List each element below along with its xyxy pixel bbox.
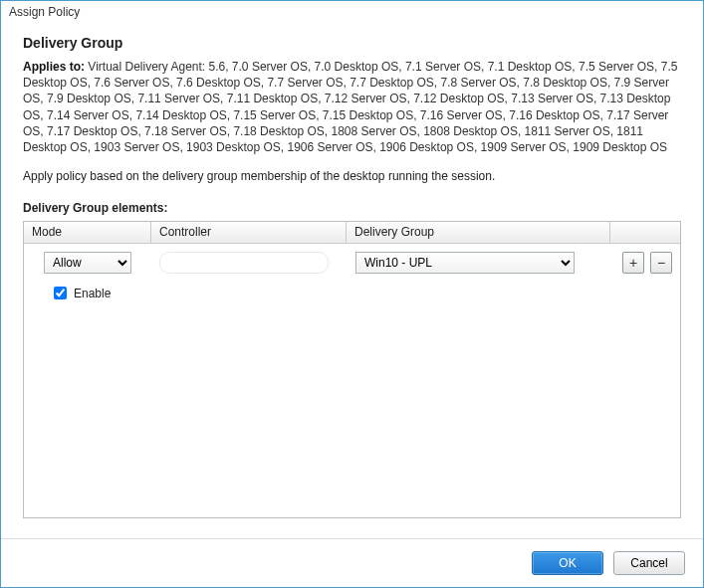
plus-icon: + bbox=[629, 256, 637, 270]
controller-input[interactable] bbox=[159, 252, 329, 274]
applies-to-text: Virtual Delivery Agent: 5.6, 7.0 Server … bbox=[23, 60, 677, 154]
delivery-group-heading: Delivery Group bbox=[23, 35, 681, 51]
policy-description: Apply policy based on the delivery group… bbox=[23, 169, 681, 183]
column-header-delivery-group[interactable]: Delivery Group bbox=[347, 222, 610, 243]
enable-label: Enable bbox=[74, 287, 111, 300]
content-area: Delivery Group Applies to: Virtual Deliv… bbox=[1, 21, 703, 528]
dialog-footer: OK Cancel bbox=[1, 539, 703, 587]
grid-header: Mode Controller Delivery Group bbox=[24, 222, 680, 244]
delivery-group-select[interactable]: Win10 - UPL bbox=[355, 252, 575, 274]
applies-to-label: Applies to: bbox=[23, 60, 85, 74]
applies-to-block: Applies to: Virtual Delivery Agent: 5.6,… bbox=[23, 59, 681, 155]
elements-grid: Mode Controller Delivery Group Allow bbox=[23, 221, 681, 518]
enable-checkbox[interactable] bbox=[54, 287, 67, 299]
elements-heading: Delivery Group elements: bbox=[23, 201, 681, 215]
window-title: Assign Policy bbox=[1, 1, 703, 21]
minus-icon: − bbox=[657, 256, 665, 270]
remove-row-button[interactable]: − bbox=[650, 252, 672, 274]
grid-body: Allow Win10 - UPL + bbox=[24, 244, 680, 517]
column-header-mode[interactable]: Mode bbox=[24, 222, 151, 243]
add-row-button[interactable]: + bbox=[622, 252, 644, 274]
column-header-controller[interactable]: Controller bbox=[151, 222, 347, 243]
assign-policy-window: Assign Policy Delivery Group Applies to:… bbox=[0, 0, 704, 588]
cancel-button[interactable]: Cancel bbox=[613, 551, 685, 575]
column-header-actions bbox=[610, 222, 680, 243]
enable-row: Enable bbox=[24, 274, 680, 302]
table-row: Allow Win10 - UPL + bbox=[24, 252, 680, 274]
ok-button[interactable]: OK bbox=[532, 551, 603, 575]
mode-select[interactable]: Allow bbox=[44, 252, 131, 274]
